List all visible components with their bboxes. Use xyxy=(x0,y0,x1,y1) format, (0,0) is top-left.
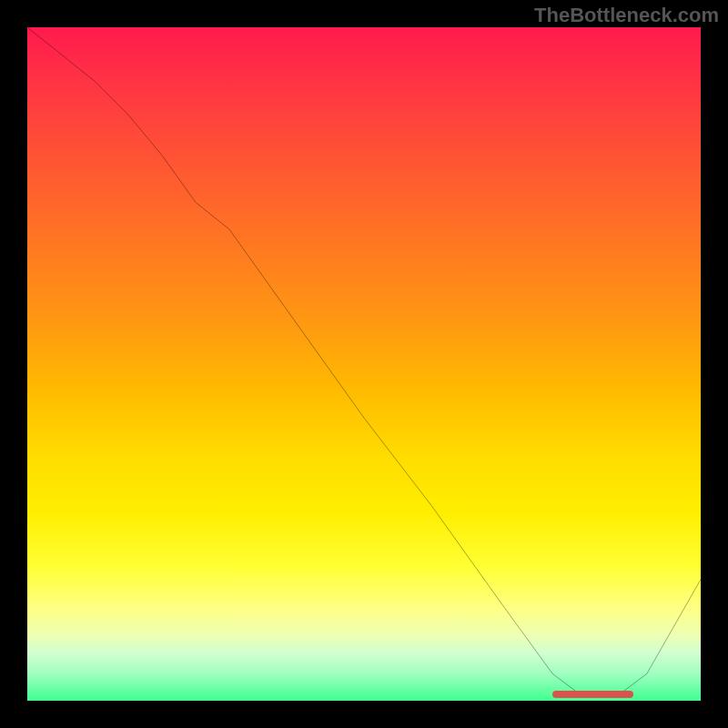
plot-area xyxy=(27,27,701,701)
curve-path xyxy=(27,27,701,694)
flat-region-marker xyxy=(552,691,633,698)
watermark-text: TheBottleneck.com xyxy=(534,4,719,27)
curve-svg xyxy=(27,27,701,701)
